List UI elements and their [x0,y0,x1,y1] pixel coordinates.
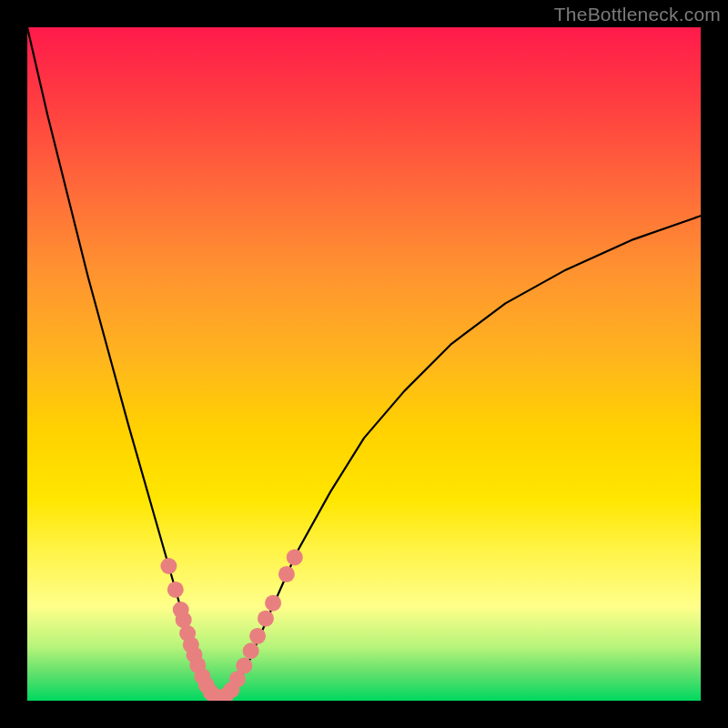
curve-marker [287,549,303,565]
curve-marker [243,642,259,659]
bottleneck-curve [27,27,701,698]
curve-marker [160,558,177,574]
curve-marker [265,595,281,612]
curve-marker [249,628,266,644]
curve-marker [167,581,184,598]
chart-svg [27,27,701,701]
chart-stage: TheBottleneck.com [0,0,728,728]
watermark-text: TheBottleneck.com [554,4,721,25]
curve-marker [278,566,295,582]
curve-marker [236,658,252,674]
marker-group [160,549,302,701]
curve-marker [258,611,274,627]
plot-area [27,27,701,701]
